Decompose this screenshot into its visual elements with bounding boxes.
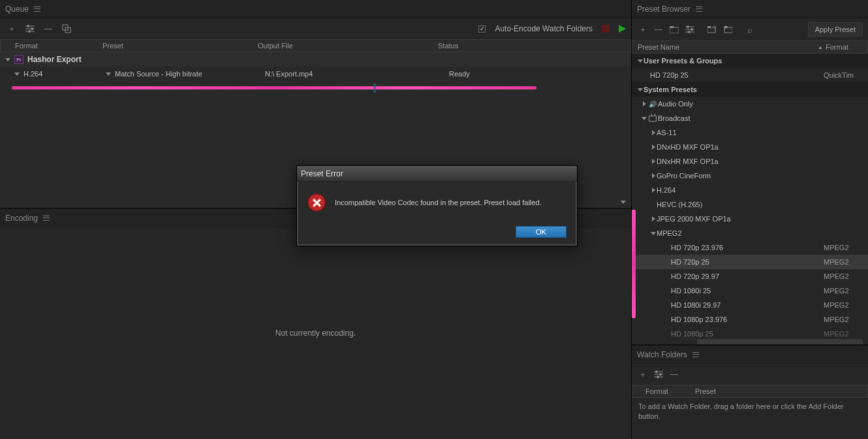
row-output: N:\ Export.mp4 — [265, 70, 445, 78]
panel-menu-icon[interactable] — [696, 7, 702, 12]
watch-settings-icon[interactable] — [653, 368, 664, 381]
new-preset-icon[interactable]: ＋ — [637, 23, 649, 36]
col-format[interactable]: Format — [1, 42, 102, 50]
import-preset-icon[interactable] — [706, 23, 718, 36]
export-preset-icon[interactable] — [722, 23, 734, 36]
preset-browser-title: Preset Browser — [637, 5, 690, 14]
watch-hint-text: To add a Watch Folder, drag a folder her… — [638, 402, 843, 420]
col-status[interactable]: Status — [438, 42, 630, 50]
svg-point-25 — [657, 376, 659, 378]
preset-columns: Preset Name ▲ Format — [632, 41, 868, 54]
svg-rect-8 — [670, 27, 679, 33]
new-group-icon[interactable] — [668, 23, 680, 36]
preset-item[interactable]: HD 1080p 23.976MPEG2 — [632, 312, 868, 327]
search-icon[interactable]: ⌕ — [744, 23, 756, 36]
ok-button[interactable]: OK — [516, 226, 566, 238]
speaker-icon — [647, 101, 658, 108]
category-broadcast[interactable]: Broadcast — [632, 111, 868, 125]
preset-toolbar: ＋ — ⌕ Apply Preset — [632, 18, 868, 41]
preset-item[interactable]: HD 720p 29.97MPEG2 — [632, 269, 868, 284]
svg-point-24 — [660, 374, 662, 376]
svg-rect-9 — [670, 26, 674, 28]
col-preset-format[interactable]: Format — [826, 43, 867, 51]
start-queue-button[interactable] — [619, 25, 626, 33]
subcategory[interactable]: DNxHR MXF OP1a — [632, 154, 868, 169]
subcategory[interactable]: AS-11 — [632, 125, 868, 140]
svg-point-14 — [691, 29, 693, 31]
queue-menu-dropdown-icon[interactable] — [621, 201, 626, 204]
queue-group[interactable]: Pr Hashor Export — [0, 52, 631, 67]
chevron-right-icon — [652, 130, 655, 135]
queue-columns: Format Preset Output File Status — [0, 39, 631, 52]
col-preset-name[interactable]: Preset Name — [632, 43, 818, 51]
apply-preset-button[interactable]: Apply Preset — [808, 22, 863, 37]
preset-dropdown-icon[interactable] — [106, 73, 111, 76]
row-format: H.264 — [23, 70, 42, 78]
wf-col-preset[interactable]: Preset — [695, 387, 867, 395]
subcategory[interactable]: HEVC (H.265) — [632, 197, 868, 212]
svg-point-3 — [27, 25, 29, 27]
panel-menu-icon[interactable] — [43, 216, 50, 221]
watch-folders-header: Watch Folders — [632, 346, 868, 364]
remove-watch-folder-icon[interactable]: — — [668, 368, 680, 381]
svg-rect-18 — [724, 27, 732, 33]
sort-ascending-icon[interactable]: ▲ — [818, 44, 826, 50]
category-audio-only[interactable]: Audio Only — [632, 97, 868, 111]
preset-item[interactable]: HD 720p 25 QuickTim — [632, 68, 868, 82]
dialog-message: Incompatible Video Codec found in the pr… — [335, 199, 542, 206]
watch-body[interactable]: To add a Watch Folder, drag a folder her… — [632, 398, 868, 439]
queue-title: Queue — [5, 5, 29, 14]
chevron-down-icon — [638, 88, 643, 91]
subcategory[interactable]: GoPro CineForm — [632, 169, 868, 183]
queue-toolbar: ＋ — ✓ Auto-Encode Watch Folders — [0, 18, 631, 39]
disclosure-triangle-icon[interactable] — [5, 58, 10, 61]
preset-item[interactable]: HD 720p 23.976MPEG2 — [632, 240, 868, 255]
preset-item[interactable]: HD 1080i 29.97MPEG2 — [632, 298, 868, 312]
chevron-right-icon — [652, 216, 655, 221]
system-presets-section[interactable]: System Presets — [632, 82, 868, 97]
preset-browser-header: Preset Browser — [632, 0, 868, 18]
annotation-highlight — [632, 210, 636, 318]
delete-preset-icon[interactable]: — — [653, 23, 664, 36]
premiere-project-icon: Pr — [14, 55, 23, 64]
preset-settings-icon[interactable] — [684, 23, 696, 36]
wf-col-format[interactable]: Format — [632, 387, 695, 395]
format-dropdown-icon[interactable] — [14, 73, 20, 76]
remove-icon[interactable]: — — [42, 22, 55, 35]
add-source-icon[interactable]: ＋ — [5, 22, 18, 35]
group-name: Hashor Export — [27, 55, 82, 64]
settings-sliders-icon[interactable] — [23, 22, 37, 35]
duplicate-icon[interactable] — [60, 22, 73, 35]
horizontal-scrollbar[interactable] — [697, 339, 863, 344]
auto-encode-checkbox[interactable]: ✓ — [478, 25, 486, 33]
subcategory[interactable]: DNxHD MXF OP1a — [632, 140, 868, 154]
preset-item-selected[interactable]: HD 720p 25MPEG2 — [632, 255, 868, 269]
error-icon — [307, 193, 326, 212]
user-presets-section[interactable]: User Presets & Groups — [632, 54, 868, 68]
dialog-title: Preset Error — [297, 166, 577, 182]
svg-rect-17 — [707, 26, 711, 28]
col-output[interactable]: Output File — [258, 42, 438, 50]
panel-menu-icon[interactable] — [692, 352, 699, 357]
panel-menu-icon[interactable] — [34, 7, 40, 12]
chevron-down-icon — [651, 232, 656, 235]
category-mpeg2[interactable]: MPEG2 — [632, 226, 868, 240]
chevron-right-icon — [643, 101, 646, 106]
watch-folders-title: Watch Folders — [637, 350, 687, 359]
auto-encode-label: Auto-Encode Watch Folders — [495, 24, 593, 33]
row-status: Ready — [449, 70, 631, 78]
preset-browser-panel: Preset Browser ＋ — ⌕ Apply Preset Preset… — [632, 0, 868, 344]
row-preset: Match Source - High bitrate — [115, 70, 202, 78]
queue-item-row[interactable]: H.264 Match Source - High bitrate N:\ Ex… — [0, 67, 631, 81]
watch-folders-panel: Watch Folders ＋ — Format Preset To add a… — [632, 344, 868, 439]
preset-item[interactable]: HD 1080i 25MPEG2 — [632, 284, 868, 298]
subcategory[interactable]: H.264 — [632, 183, 868, 197]
subcategory[interactable]: JPEG 2000 MXF OP1a — [632, 212, 868, 226]
encoding-body: Not currently encoding. — [0, 227, 631, 439]
chevron-down-icon — [642, 117, 647, 120]
svg-point-23 — [656, 371, 658, 373]
add-watch-folder-icon[interactable]: ＋ — [637, 368, 649, 381]
svg-rect-16 — [707, 27, 715, 33]
stop-button[interactable] — [602, 25, 610, 33]
col-preset[interactable]: Preset — [102, 42, 258, 50]
